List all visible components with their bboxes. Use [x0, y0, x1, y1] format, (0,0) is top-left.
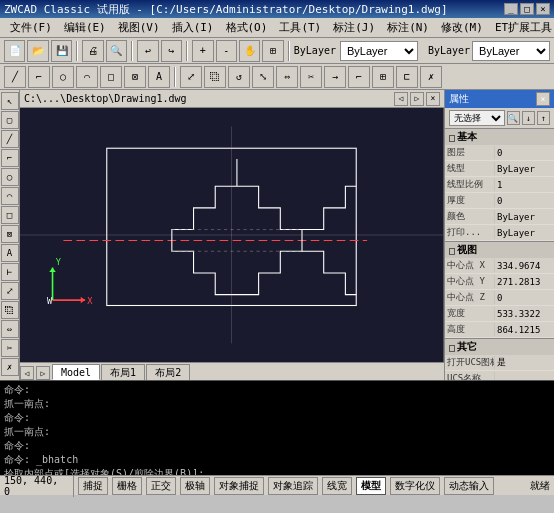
left-btn-text[interactable]: A: [1, 244, 19, 262]
left-btn-trim[interactable]: ✂: [1, 339, 19, 357]
tab-arrow-right[interactable]: ▷: [36, 366, 50, 380]
title-controls: _ □ ×: [504, 3, 550, 15]
text-button[interactable]: A: [148, 66, 170, 88]
tab-arrow-left[interactable]: ◁: [20, 366, 34, 380]
prop-height: 高度 864.1215: [445, 322, 554, 338]
copy-button[interactable]: ⿻: [204, 66, 226, 88]
preview-button[interactable]: 🔍: [106, 40, 127, 62]
left-btn-select[interactable]: ↖: [1, 92, 19, 110]
menu-view[interactable]: 视图(V): [112, 18, 166, 37]
menu-edit[interactable]: 编辑(E): [58, 18, 112, 37]
prop-color: 颜色 ByLayer: [445, 209, 554, 225]
print-button[interactable]: 🖨: [82, 40, 103, 62]
menu-insert[interactable]: 插入(I): [166, 18, 220, 37]
model-btn[interactable]: 模型: [356, 477, 386, 495]
mirror-button[interactable]: ⇔: [276, 66, 298, 88]
menu-annotation2[interactable]: 标注(N): [381, 18, 435, 37]
drawing-close[interactable]: ×: [426, 92, 440, 106]
otrack-btn[interactable]: 对象追踪: [268, 477, 318, 495]
array-button[interactable]: ⊞: [372, 66, 394, 88]
snap-btn[interactable]: 捕捉: [78, 477, 108, 495]
left-btn-select2[interactable]: ▢: [1, 111, 19, 129]
prop-thickness-value: 0: [495, 196, 554, 206]
panel-selector[interactable]: 无选择: [449, 110, 505, 126]
bylayer-select2[interactable]: ByLayer: [472, 41, 550, 61]
zoom-in-button[interactable]: +: [192, 40, 213, 62]
panel-close-btn[interactable]: ×: [536, 92, 550, 106]
trim-button[interactable]: ✂: [300, 66, 322, 88]
drawing-canvas[interactable]: X Y W: [20, 108, 444, 362]
tab-layout2[interactable]: 布局2: [146, 364, 190, 380]
redo-button[interactable]: ↪: [161, 40, 182, 62]
open-button[interactable]: 📂: [27, 40, 48, 62]
zoom-all-button[interactable]: ⊞: [262, 40, 283, 62]
grid-btn[interactable]: 栅格: [112, 477, 142, 495]
pan-button[interactable]: ✋: [239, 40, 260, 62]
tab-layout1[interactable]: 布局1: [101, 364, 145, 380]
erase-button[interactable]: ✗: [420, 66, 442, 88]
polar-btn[interactable]: 极轴: [180, 477, 210, 495]
undo-button[interactable]: ↩: [137, 40, 158, 62]
panel-btn-2[interactable]: ↓: [522, 111, 535, 125]
left-btn-move[interactable]: ⤢: [1, 282, 19, 300]
maximize-button[interactable]: □: [520, 3, 534, 15]
left-btn-mirror[interactable]: ⇔: [1, 320, 19, 338]
offset-button[interactable]: ⊏: [396, 66, 418, 88]
rotate-button[interactable]: ↺: [228, 66, 250, 88]
digitize-btn[interactable]: 数字化仪: [390, 477, 440, 495]
cmd-line-4: 抓一南点:: [4, 425, 550, 439]
menu-tools[interactable]: 工具(T): [273, 18, 327, 37]
left-btn-arc[interactable]: ⌒: [1, 187, 19, 205]
polyline-button[interactable]: ⌐: [28, 66, 50, 88]
osnap-btn[interactable]: 对象捕捉: [214, 477, 264, 495]
panel-btn-3[interactable]: ↑: [537, 111, 550, 125]
save-button[interactable]: 💾: [51, 40, 72, 62]
new-button[interactable]: 📄: [4, 40, 25, 62]
dynin-btn[interactable]: 动态输入: [444, 477, 494, 495]
drawing-nav-back[interactable]: ◁: [394, 92, 408, 106]
left-btn-circle[interactable]: ○: [1, 168, 19, 186]
prop-ucs-name-label: UCS名称: [445, 372, 495, 380]
left-btn-dim[interactable]: ⊢: [1, 263, 19, 281]
prop-plot: 打印... ByLayer: [445, 225, 554, 241]
command-area[interactable]: 命令: 抓一南点: 命令: 抓一南点: 命令: 命令: _bhatch 拾取内部…: [0, 380, 554, 475]
prop-ucs-name: UCS名称: [445, 371, 554, 380]
left-btn-poly[interactable]: ⌐: [1, 149, 19, 167]
menu-et[interactable]: ET扩展工具(X): [489, 18, 554, 37]
fillet-button[interactable]: ⌐: [348, 66, 370, 88]
close-button[interactable]: ×: [536, 3, 550, 15]
left-btn-rect[interactable]: □: [1, 206, 19, 224]
zoom-out-button[interactable]: -: [216, 40, 237, 62]
scale-button[interactable]: ⤡: [252, 66, 274, 88]
lweight-btn[interactable]: 线宽: [322, 477, 352, 495]
prop-ucs-icon: 打开UCS图标 是: [445, 355, 554, 371]
menu-annotation1[interactable]: 标注(J): [327, 18, 381, 37]
left-btn-hatch[interactable]: ⊠: [1, 225, 19, 243]
drawing-nav-forward[interactable]: ▷: [410, 92, 424, 106]
hatch-button[interactable]: ⊠: [124, 66, 146, 88]
left-btn-copy[interactable]: ⿻: [1, 301, 19, 319]
bylayer-select1[interactable]: ByLayer: [340, 41, 418, 61]
line-button[interactable]: ╱: [4, 66, 26, 88]
ortho-btn[interactable]: 正交: [146, 477, 176, 495]
left-btn-erase[interactable]: ✗: [1, 358, 19, 376]
sep2: [131, 41, 133, 61]
left-btn-line[interactable]: ╱: [1, 130, 19, 148]
cmd-line-5: 命令:: [4, 439, 550, 453]
panel-btn-1[interactable]: 🔍: [507, 111, 520, 125]
circle-button[interactable]: ○: [52, 66, 74, 88]
arc-button[interactable]: ⌒: [76, 66, 98, 88]
tab-model[interactable]: Model: [52, 364, 100, 380]
menu-format[interactable]: 格式(O): [220, 18, 274, 37]
section-basic-header[interactable]: □ 基本: [445, 129, 554, 145]
prop-cx-label: 中心点 X: [445, 259, 495, 272]
menu-modify[interactable]: 修改(M): [435, 18, 489, 37]
extend-button[interactable]: →: [324, 66, 346, 88]
section-view-header[interactable]: □ 视图: [445, 242, 554, 258]
menu-file[interactable]: 文件(F): [4, 18, 58, 37]
section-other-header[interactable]: □ 其它: [445, 339, 554, 355]
move-button[interactable]: ⤢: [180, 66, 202, 88]
prop-color-value: ByLayer: [495, 212, 554, 222]
minimize-button[interactable]: _: [504, 3, 518, 15]
rect-button[interactable]: □: [100, 66, 122, 88]
